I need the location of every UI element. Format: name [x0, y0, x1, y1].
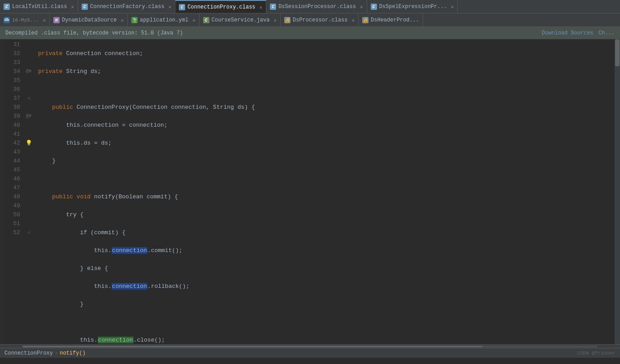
tab-close-dsspelexpressionpr[interactable]: ✕ — [451, 4, 454, 10]
scrollbar-track[interactable] — [22, 346, 598, 347]
gutter-49 — [24, 201, 34, 210]
tab-dsprocessor[interactable]: 🔒 DsProcessor.class ✕ — [281, 13, 359, 27]
code-content[interactable]: private Connection connection; private S… — [34, 39, 615, 344]
tab-dynamicdatasource[interactable]: m DynamicDataSource ✕ — [50, 13, 128, 27]
tab-close-localtxutil[interactable]: ✕ — [71, 4, 74, 10]
tab-label-dsprocessor: DsProcessor.class — [293, 17, 347, 23]
v-scroll-thumb[interactable] — [615, 39, 620, 66]
tab-mysql[interactable]: db 16-MyS... ✕ — [0, 13, 50, 27]
code-line-45: } — [38, 300, 610, 309]
tab-close-dynamicdatasource[interactable]: ✕ — [121, 17, 124, 23]
tab-localtxutil[interactable]: C LocalTxUtil.class ✕ — [0, 0, 78, 13]
tab-close-connectionproxy[interactable]: ✕ — [260, 4, 263, 10]
gutter-37: ◁ — [24, 94, 34, 103]
breadcrumb-method: notify() — [60, 350, 86, 356]
tab-connectionfactory[interactable]: C ConnectionFactory.class ✕ — [78, 0, 175, 13]
scrollbar-thumb[interactable] — [22, 346, 482, 347]
gutter-51 — [24, 219, 34, 228]
line-num-34: 34 — [4, 67, 20, 76]
tab-label-applicationyml: application.yml — [140, 17, 188, 23]
breadcrumb-separator: › — [55, 350, 58, 356]
gutter-33 — [24, 58, 34, 67]
tab-dsheaderprod[interactable]: 🔒 DsHeaderProd... — [359, 13, 423, 27]
gutter-44 — [24, 157, 34, 166]
ch-text[interactable]: Ch... — [598, 30, 615, 36]
code-line-37: } — [38, 157, 610, 166]
gutter-40 — [24, 121, 34, 130]
tab-label-connectionproxy: ConnectionProxy.class — [187, 4, 255, 10]
gutter-36 — [24, 85, 34, 94]
line-num-48: 48 — [4, 193, 20, 201]
tab-close-mysql[interactable]: ✕ — [43, 17, 46, 23]
code-line-33 — [38, 85, 610, 94]
tab-close-dssessionprocessor[interactable]: ✕ — [360, 4, 363, 10]
gutter-43 — [24, 148, 34, 157]
code-line-44: this.connection.rollback(); — [38, 282, 610, 291]
fold-icon-52[interactable]: ◁ — [27, 228, 30, 237]
tab-label-dsheaderprod: DsHeaderProd... — [371, 17, 419, 23]
gutter-45 — [24, 166, 34, 175]
bulb-icon[interactable]: 💡 — [26, 139, 32, 148]
gutter: @ ▽ ◁ @ ▽ 💡 ◁ — [24, 39, 34, 344]
csdn-watermark: CSDN @friover — [577, 351, 616, 356]
code-line-35: this.connection = connection; — [38, 121, 610, 130]
tab-icon-dsprocessor: 🔒 — [284, 17, 290, 23]
v-scrollbar[interactable] — [615, 39, 620, 344]
code-line-41: if (commit) { — [38, 228, 610, 237]
line-num-44: 44 — [4, 157, 20, 166]
download-sources-link[interactable]: Download Sources Ch... — [542, 30, 615, 36]
tab-icon-courseservice: C — [203, 17, 209, 23]
gutter-47 — [24, 184, 34, 193]
gutter-35 — [24, 76, 34, 85]
line-num-50: 50 — [4, 210, 20, 219]
tab-close-dsprocessor[interactable]: ✕ — [351, 17, 355, 23]
tab-label-courseservice: CourseService.java — [212, 17, 270, 23]
tab-bar-second: db 16-MyS... ✕ m DynamicDataSource ✕ 🍃 a… — [0, 13, 620, 27]
tab-label-dynamicdatasource: DynamicDataSource — [62, 17, 117, 23]
code-area: 31 32 33 34 35 36 37 38 39 40 41 42 43 4… — [0, 39, 620, 344]
tab-applicationyml[interactable]: 🍃 application.yml ✕ — [128, 13, 199, 27]
line-num-51: 51 — [4, 219, 20, 228]
fold-arrow-39[interactable]: ▽ — [29, 112, 31, 121]
tab-icon-connectionfactory: C — [82, 4, 88, 10]
fold-icon-37[interactable]: ◁ — [27, 94, 30, 103]
tab-connectionproxy[interactable]: C ConnectionProxy.class ✕ — [175, 0, 266, 13]
breadcrumb-bar: ConnectionProxy › notify() CSDN @friover — [0, 348, 620, 358]
fold-arrow-34[interactable]: ▽ — [29, 67, 31, 76]
gutter-50 — [24, 210, 34, 219]
line-num-39: 39 — [4, 112, 20, 121]
tab-dsspelexpressionpr[interactable]: C DsSpelExpressionPr... ✕ — [367, 0, 458, 13]
line-num-49: 49 — [4, 201, 20, 210]
gutter-41 — [24, 130, 34, 139]
gutter-52: ◁ — [24, 228, 34, 237]
line-num-41: 41 — [4, 130, 20, 139]
tab-label-dsspelexpressionpr: DsSpelExpressionPr... — [379, 4, 447, 10]
tab-icon-dssessionprocessor: C — [270, 4, 276, 10]
line-num-43: 43 — [4, 148, 20, 157]
tab-icon-applicationyml: 🍃 — [131, 17, 138, 23]
line-num-45: 45 — [4, 166, 20, 175]
tab-close-courseservice[interactable]: ✕ — [273, 17, 277, 23]
line-num-47: 47 — [4, 184, 20, 193]
tab-dssessionprocessor[interactable]: C DsSessionProcessor.class ✕ — [266, 0, 367, 13]
info-bar-text: Decompiled .class file, bytecode version… — [5, 30, 183, 36]
code-line-46 — [38, 318, 610, 327]
gutter-48 — [24, 193, 34, 201]
tab-icon-dsspelexpressionpr: C — [371, 4, 377, 10]
download-sources-text[interactable]: Download Sources — [542, 30, 594, 36]
line-num-35: 35 — [4, 76, 20, 85]
tab-close-connectionfactory[interactable]: ✕ — [169, 4, 172, 10]
tab-courseservice[interactable]: C CourseService.java ✕ — [199, 13, 281, 27]
line-num-38: 38 — [4, 103, 20, 112]
line-num-46: 46 — [4, 175, 20, 184]
line-num-36: 36 — [4, 85, 20, 94]
gutter-38 — [24, 103, 34, 112]
code-line-40: try { — [38, 210, 610, 219]
tab-icon-localtxutil: C — [4, 4, 10, 10]
line-num-32: 32 — [4, 49, 20, 58]
code-line-32: private String ds; — [38, 67, 610, 76]
tab-close-applicationyml[interactable]: ✕ — [192, 17, 195, 23]
code-line-34: public ConnectionProxy(Connection connec… — [38, 103, 610, 112]
gutter-34[interactable]: @ ▽ — [24, 67, 34, 76]
line-num-33: 33 — [4, 58, 20, 67]
